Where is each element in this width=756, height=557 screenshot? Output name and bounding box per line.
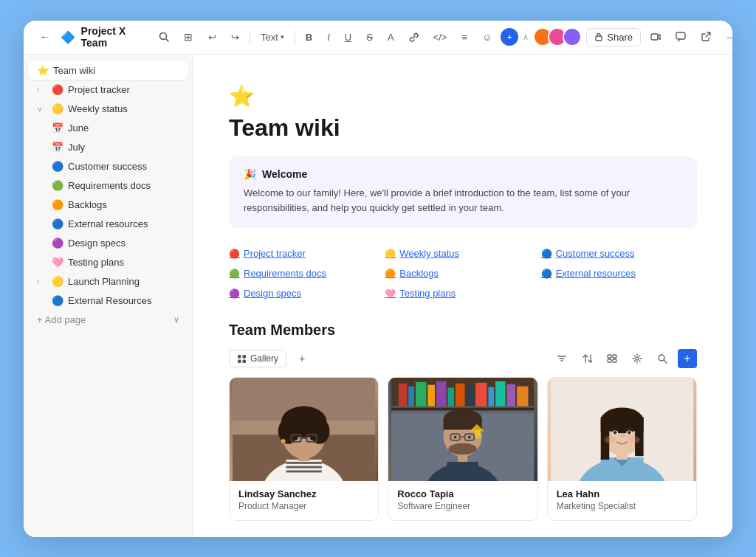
- sort-button[interactable]: [577, 349, 597, 368]
- underline-button[interactable]: U: [339, 29, 357, 46]
- video-button[interactable]: [645, 27, 666, 47]
- group-button[interactable]: [602, 349, 622, 368]
- svg-rect-7: [238, 359, 241, 363]
- svg-point-81: [604, 436, 615, 443]
- link-backlogs[interactable]: 🟠 Backlogs: [385, 266, 540, 281]
- calendar-icon: 📅: [52, 142, 63, 153]
- sidebar-item-testing-plans[interactable]: 🩷 Testing plans: [28, 253, 188, 271]
- sidebar-item-project-tracker[interactable]: › 🔴 Project tracker: [28, 80, 188, 99]
- workspace-icon: 🔷: [61, 30, 75, 44]
- strikethrough-button[interactable]: S: [360, 29, 379, 46]
- gallery-toolbar-right: +: [552, 349, 697, 368]
- sidebar-item-external-resources[interactable]: 🔵 External resources: [28, 215, 188, 233]
- link-requirements-docs[interactable]: 🟢 Requirements docs: [229, 266, 385, 281]
- toolbar-right: ∧ Share: [523, 27, 732, 47]
- redo-button[interactable]: ↪: [225, 29, 245, 46]
- link-customer-success[interactable]: 🔵 Customer success: [541, 246, 697, 261]
- bold-button[interactable]: B: [300, 29, 318, 46]
- chevron-down-icon: ▾: [281, 33, 284, 41]
- sidebar-item-backlogs[interactable]: 🟠 Backlogs: [28, 196, 188, 214]
- text-format-button[interactable]: Text ▾: [255, 29, 290, 46]
- link-design-specs[interactable]: 🟣 Design specs: [229, 286, 385, 301]
- back-button[interactable]: ←: [35, 27, 55, 47]
- sidebar-item-label: July: [68, 142, 179, 153]
- app-window: ← 🔷 Project X Team ⊞ ↩ ↪ Text ▾ B I U: [24, 21, 732, 537]
- svg-rect-22: [286, 471, 322, 473]
- sidebar-item-requirements-docs[interactable]: 🟢 Requirements docs: [28, 176, 188, 195]
- svg-point-13: [636, 357, 639, 360]
- sidebar-item-weekly-status[interactable]: ∨ 🟡 Weekly status: [28, 100, 188, 118]
- share-button[interactable]: Share: [586, 28, 641, 46]
- links-grid: 🔴 Project tracker 🟡 Weekly status 🔵 Cust…: [229, 246, 697, 301]
- external-link-button[interactable]: [695, 27, 716, 47]
- svg-point-62: [468, 436, 471, 439]
- svg-rect-10: [613, 355, 616, 358]
- red-dot-icon: 🔴: [52, 84, 63, 95]
- team-members-title: Team Members: [229, 322, 697, 339]
- member-card-rocco[interactable]: Rocco Tapia Software Engineer: [388, 377, 537, 521]
- divider-2: [295, 30, 295, 44]
- member-card-lindsay[interactable]: Lindsay Sanchez Product Manager: [229, 377, 379, 521]
- link-testing-plans[interactable]: 🩷 Testing plans: [385, 286, 540, 301]
- content-area: ⭐ Team wiki 🎉 Welcome Welcome to our fam…: [193, 55, 732, 537]
- link-external-resources[interactable]: 🔵 External resources: [541, 266, 697, 281]
- svg-point-32: [295, 437, 298, 440]
- sidebar-item-external-resources2[interactable]: 🔵 External Resources: [28, 291, 188, 310]
- color-button[interactable]: A: [382, 29, 400, 46]
- lock-icon: [594, 32, 603, 41]
- link-icon-orange: 🟠: [385, 269, 396, 279]
- toolbar-center: ↩ ↪ Text ▾ B I U S A </> ≡ ☺ +: [202, 28, 518, 46]
- member-info-lea: Lea Hahn Marketing Specialist: [548, 481, 696, 520]
- sidebar-item-design-specs[interactable]: 🟣 Design specs: [28, 234, 188, 252]
- search-button[interactable]: [154, 27, 173, 47]
- filter-button[interactable]: [552, 349, 571, 368]
- member-role-lea: Marketing Specialist: [557, 501, 687, 511]
- add-view-button[interactable]: +: [292, 349, 312, 368]
- link-icon-red: 🔴: [229, 249, 240, 259]
- search-members-button[interactable]: [653, 349, 672, 368]
- group-icon: [607, 353, 617, 364]
- link-icon-blue2: 🔵: [541, 269, 552, 279]
- italic-button[interactable]: I: [321, 29, 336, 46]
- sidebar-item-label: Testing plans: [68, 257, 179, 268]
- add-page-row[interactable]: + Add page ∨: [28, 311, 188, 329]
- add-member-button[interactable]: +: [678, 349, 697, 368]
- link-button[interactable]: [403, 30, 425, 45]
- sidebar-item-label: Project tracker: [68, 84, 179, 95]
- sidebar-item-customer-success[interactable]: 🔵 Customer success: [28, 157, 188, 176]
- svg-rect-12: [613, 359, 616, 362]
- blue-dot-icon: 🔵: [52, 161, 63, 172]
- settings-icon: [632, 353, 642, 364]
- svg-rect-46: [475, 383, 487, 406]
- sidebar-item-label: Team wiki: [53, 65, 179, 76]
- link-weekly-status[interactable]: 🟡 Weekly status: [385, 246, 540, 261]
- sidebar-item-june[interactable]: 📅 June: [28, 119, 188, 137]
- sidebar-item-team-wiki[interactable]: ⭐ Team wiki: [28, 61, 188, 80]
- emoji-button[interactable]: ☺: [476, 29, 498, 46]
- code-button[interactable]: </>: [427, 29, 453, 46]
- svg-point-14: [659, 355, 664, 361]
- chat-button[interactable]: [670, 27, 691, 47]
- link-project-tracker[interactable]: 🔴 Project tracker: [229, 246, 385, 261]
- more-button[interactable]: ···: [721, 27, 732, 47]
- layout-button[interactable]: ⊞: [179, 27, 198, 47]
- member-card-lea[interactable]: Lea Hahn Marketing Specialist: [547, 377, 697, 521]
- sidebar-item-launch-planning[interactable]: › 🟡 Launch Planning: [28, 272, 188, 291]
- undo-button[interactable]: ↩: [202, 29, 222, 46]
- sidebar-item-july[interactable]: 📅 July: [28, 138, 188, 156]
- sidebar: ⭐ Team wiki › 🔴 Project tracker ∨ 🟡 Week…: [24, 55, 193, 537]
- member-photo-lea: [548, 378, 696, 481]
- link-icon-purple: 🟣: [229, 288, 240, 299]
- svg-rect-45: [467, 386, 475, 406]
- member-image-rocco: [388, 378, 537, 481]
- settings-button[interactable]: [628, 349, 647, 368]
- align-button[interactable]: ≡: [456, 29, 473, 46]
- sidebar-item-label: Requirements docs: [68, 180, 179, 191]
- search-icon: [657, 353, 667, 364]
- svg-rect-21: [286, 466, 322, 468]
- member-image-lea: [548, 378, 696, 481]
- add-page-label: + Add page: [37, 314, 86, 325]
- video-icon: [650, 32, 661, 42]
- gallery-tab[interactable]: Gallery: [229, 350, 286, 367]
- link-icon-green: 🟢: [229, 269, 240, 279]
